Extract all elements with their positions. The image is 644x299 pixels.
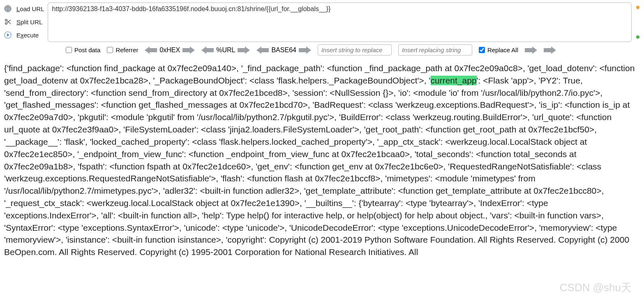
arrow-left-icon[interactable] (145, 46, 157, 54)
replace-all-input[interactable] (479, 47, 485, 53)
svg-marker-16 (544, 46, 556, 54)
status-dot-orange (636, 6, 639, 9)
post-data-input[interactable] (66, 47, 72, 53)
replace-to-input[interactable] (398, 44, 472, 56)
arrow-right-icon[interactable] (238, 46, 250, 54)
highlighted-text: current_app (431, 76, 477, 85)
svg-marker-13 (256, 46, 269, 54)
base64-encode-group[interactable]: BASE64 (256, 46, 311, 54)
split-url-row[interactable]: Split URL (3, 16, 44, 27)
arrow-left-icon[interactable] (201, 46, 214, 54)
right-indicators (635, 2, 641, 42)
execute-row[interactable]: Execute (3, 30, 44, 40)
status-dot-green (636, 35, 639, 39)
referrer-input[interactable] (107, 47, 113, 53)
svg-marker-12 (238, 46, 250, 54)
svg-marker-15 (525, 46, 537, 54)
globe-icon (3, 4, 12, 13)
base64-label: BASE64 (271, 46, 296, 54)
arrow-right-icon[interactable] (299, 46, 311, 54)
post-data-checkbox[interactable]: Post data (66, 46, 100, 53)
scissors-icon (3, 17, 12, 26)
hex-label: 0xHEX (159, 46, 180, 54)
arrow-right-icon[interactable] (544, 46, 556, 54)
execute-label[interactable]: Execute (16, 32, 39, 39)
toolbar: Load URL Split URL Execute (0, 0, 644, 42)
referrer-checkbox[interactable]: Referrer (107, 46, 138, 53)
replace-all-label: Replace All (487, 46, 518, 53)
svg-marker-9 (145, 46, 157, 54)
arrow-right-icon[interactable] (525, 46, 537, 54)
post-data-label: Post data (74, 46, 100, 53)
body-post: ': <Flask 'app'>, 'PY2': True, 'send_fro… (4, 76, 630, 257)
svg-marker-11 (201, 46, 214, 54)
referrer-label: Referrer (115, 46, 138, 53)
url-encode-group[interactable]: %URL (201, 46, 250, 54)
replace-from-input[interactable] (318, 44, 392, 56)
svg-point-4 (5, 23, 7, 24)
play-icon (3, 30, 12, 39)
load-url-label[interactable]: Load URL (16, 5, 44, 12)
url-wrap (48, 2, 632, 42)
arrow-right-icon[interactable] (182, 46, 195, 54)
svg-marker-8 (7, 33, 9, 37)
url-input[interactable] (48, 2, 632, 42)
hex-encode-group[interactable]: 0xHEX (145, 46, 195, 54)
urlenc-label: %URL (216, 46, 235, 54)
svg-marker-14 (299, 46, 311, 54)
response-body: {'find_package': <function find_package … (0, 59, 644, 262)
replace-all-checkbox[interactable]: Replace All (479, 46, 518, 53)
arrow-left-icon[interactable] (256, 46, 269, 54)
split-url-label[interactable]: Split URL (16, 19, 42, 25)
svg-marker-10 (182, 46, 195, 54)
svg-point-3 (5, 19, 7, 21)
load-url-row[interactable]: Load URL (3, 3, 44, 14)
action-column: Load URL Split URL Execute (3, 2, 44, 42)
options-row: Post data Referrer 0xHEX %URL BASE64 Rep… (0, 42, 644, 59)
